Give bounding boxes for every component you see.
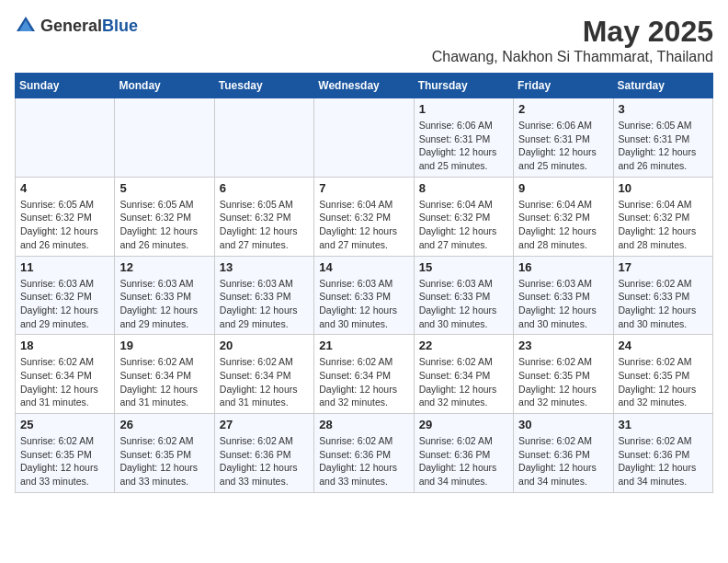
day-cell: 15Sunrise: 6:03 AM Sunset: 6:33 PM Dayli…	[414, 256, 513, 335]
day-cell: 1Sunrise: 6:06 AM Sunset: 6:31 PM Daylig…	[414, 98, 513, 178]
day-cell: 20Sunrise: 6:02 AM Sunset: 6:34 PM Dayli…	[214, 335, 313, 414]
day-cell: 22Sunrise: 6:02 AM Sunset: 6:34 PM Dayli…	[414, 335, 513, 414]
logo-text: GeneralBlue	[40, 17, 138, 36]
day-info: Sunrise: 6:03 AM Sunset: 6:33 PM Dayligh…	[518, 277, 608, 331]
day-number: 8	[419, 181, 508, 195]
day-number: 9	[518, 181, 608, 195]
day-info: Sunrise: 6:02 AM Sunset: 6:33 PM Dayligh…	[619, 277, 708, 331]
day-cell: 11Sunrise: 6:03 AM Sunset: 6:32 PM Dayli…	[16, 256, 115, 335]
day-info: Sunrise: 6:03 AM Sunset: 6:32 PM Dayligh…	[20, 277, 109, 331]
day-info: Sunrise: 6:03 AM Sunset: 6:33 PM Dayligh…	[220, 277, 309, 331]
day-cell: 5Sunrise: 6:05 AM Sunset: 6:32 PM Daylig…	[115, 177, 214, 256]
day-cell: 3Sunrise: 6:05 AM Sunset: 6:31 PM Daylig…	[613, 98, 712, 178]
day-number: 12	[119, 260, 209, 274]
logo-general: General	[40, 17, 102, 35]
day-number: 30	[518, 418, 608, 431]
day-number: 6	[220, 181, 309, 195]
day-number: 13	[220, 260, 309, 274]
day-info: Sunrise: 6:02 AM Sunset: 6:36 PM Dayligh…	[319, 434, 408, 488]
day-number: 20	[220, 339, 309, 352]
day-number: 15	[419, 260, 508, 274]
page-header: GeneralBlue May 2025 Chawang, Nakhon Si …	[15, 15, 713, 65]
day-info: Sunrise: 6:02 AM Sunset: 6:34 PM Dayligh…	[20, 355, 109, 409]
calendar-table: SundayMondayTuesdayWednesdayThursdayFrid…	[15, 73, 713, 493]
day-cell: 23Sunrise: 6:02 AM Sunset: 6:35 PM Dayli…	[514, 335, 613, 414]
day-info: Sunrise: 6:04 AM Sunset: 6:32 PM Dayligh…	[619, 198, 708, 252]
logo: GeneralBlue	[15, 15, 138, 37]
day-number: 27	[220, 418, 309, 431]
day-cell: 6Sunrise: 6:05 AM Sunset: 6:32 PM Daylig…	[214, 177, 313, 256]
day-cell: 4Sunrise: 6:05 AM Sunset: 6:32 PM Daylig…	[16, 177, 115, 256]
day-number: 19	[119, 339, 209, 352]
day-info: Sunrise: 6:02 AM Sunset: 6:36 PM Dayligh…	[619, 434, 708, 488]
day-number: 5	[119, 181, 209, 195]
day-cell: 18Sunrise: 6:02 AM Sunset: 6:34 PM Dayli…	[16, 335, 115, 414]
day-number: 18	[20, 339, 109, 352]
day-cell: 26Sunrise: 6:02 AM Sunset: 6:35 PM Dayli…	[115, 414, 214, 493]
day-cell: 7Sunrise: 6:04 AM Sunset: 6:32 PM Daylig…	[314, 177, 414, 256]
weekday-header-monday: Monday	[115, 74, 214, 98]
day-info: Sunrise: 6:02 AM Sunset: 6:36 PM Dayligh…	[419, 434, 508, 488]
week-row-3: 11Sunrise: 6:03 AM Sunset: 6:32 PM Dayli…	[16, 256, 713, 335]
day-number: 21	[319, 339, 408, 352]
day-info: Sunrise: 6:02 AM Sunset: 6:35 PM Dayligh…	[518, 355, 608, 409]
weekday-header-tuesday: Tuesday	[214, 74, 313, 98]
day-cell: 28Sunrise: 6:02 AM Sunset: 6:36 PM Dayli…	[314, 414, 414, 493]
day-cell	[115, 98, 214, 178]
day-info: Sunrise: 6:06 AM Sunset: 6:31 PM Dayligh…	[419, 119, 508, 173]
main-title: May 2025	[432, 15, 713, 49]
day-info: Sunrise: 6:05 AM Sunset: 6:31 PM Dayligh…	[619, 119, 708, 173]
day-info: Sunrise: 6:02 AM Sunset: 6:35 PM Dayligh…	[619, 355, 708, 409]
weekday-header-friday: Friday	[514, 74, 613, 98]
day-info: Sunrise: 6:04 AM Sunset: 6:32 PM Dayligh…	[419, 198, 508, 252]
day-info: Sunrise: 6:03 AM Sunset: 6:33 PM Dayligh…	[119, 277, 209, 331]
day-cell: 25Sunrise: 6:02 AM Sunset: 6:35 PM Dayli…	[16, 414, 115, 493]
day-number: 23	[518, 339, 608, 352]
day-number: 22	[419, 339, 508, 352]
weekday-header-row: SundayMondayTuesdayWednesdayThursdayFrid…	[16, 74, 713, 98]
day-number: 24	[619, 339, 708, 352]
day-info: Sunrise: 6:05 AM Sunset: 6:32 PM Dayligh…	[220, 198, 309, 252]
day-number: 11	[20, 260, 109, 274]
day-info: Sunrise: 6:05 AM Sunset: 6:32 PM Dayligh…	[119, 198, 209, 252]
day-cell: 9Sunrise: 6:04 AM Sunset: 6:32 PM Daylig…	[514, 177, 613, 256]
day-info: Sunrise: 6:02 AM Sunset: 6:34 PM Dayligh…	[220, 355, 309, 409]
day-cell: 17Sunrise: 6:02 AM Sunset: 6:33 PM Dayli…	[613, 256, 712, 335]
logo-icon	[15, 15, 37, 37]
day-cell: 21Sunrise: 6:02 AM Sunset: 6:34 PM Dayli…	[314, 335, 414, 414]
day-cell: 29Sunrise: 6:02 AM Sunset: 6:36 PM Dayli…	[414, 414, 513, 493]
weekday-header-wednesday: Wednesday	[314, 74, 414, 98]
day-number: 29	[419, 418, 508, 431]
subtitle: Chawang, Nakhon Si Thammarat, Thailand	[432, 49, 713, 65]
day-info: Sunrise: 6:03 AM Sunset: 6:33 PM Dayligh…	[319, 277, 408, 331]
week-row-5: 25Sunrise: 6:02 AM Sunset: 6:35 PM Dayli…	[16, 414, 713, 493]
day-number: 28	[319, 418, 408, 431]
day-info: Sunrise: 6:02 AM Sunset: 6:36 PM Dayligh…	[220, 434, 309, 488]
week-row-1: 1Sunrise: 6:06 AM Sunset: 6:31 PM Daylig…	[16, 98, 713, 178]
day-number: 17	[619, 260, 708, 274]
day-cell: 31Sunrise: 6:02 AM Sunset: 6:36 PM Dayli…	[613, 414, 712, 493]
day-number: 10	[619, 181, 708, 195]
logo-blue: Blue	[102, 17, 138, 35]
week-row-4: 18Sunrise: 6:02 AM Sunset: 6:34 PM Dayli…	[16, 335, 713, 414]
day-number: 1	[419, 102, 508, 116]
logo-inner: GeneralBlue	[15, 15, 138, 37]
day-number: 25	[20, 418, 109, 431]
day-cell: 10Sunrise: 6:04 AM Sunset: 6:32 PM Dayli…	[613, 177, 712, 256]
day-cell: 30Sunrise: 6:02 AM Sunset: 6:36 PM Dayli…	[514, 414, 613, 493]
day-number: 2	[518, 102, 608, 116]
day-info: Sunrise: 6:02 AM Sunset: 6:34 PM Dayligh…	[119, 355, 209, 409]
day-number: 4	[20, 181, 109, 195]
day-cell: 2Sunrise: 6:06 AM Sunset: 6:31 PM Daylig…	[514, 98, 613, 178]
day-info: Sunrise: 6:02 AM Sunset: 6:36 PM Dayligh…	[518, 434, 608, 488]
day-number: 31	[619, 418, 708, 431]
day-cell: 8Sunrise: 6:04 AM Sunset: 6:32 PM Daylig…	[414, 177, 513, 256]
day-cell: 24Sunrise: 6:02 AM Sunset: 6:35 PM Dayli…	[613, 335, 712, 414]
title-area: May 2025 Chawang, Nakhon Si Thammarat, T…	[432, 15, 713, 65]
weekday-header-saturday: Saturday	[613, 74, 712, 98]
day-info: Sunrise: 6:05 AM Sunset: 6:32 PM Dayligh…	[20, 198, 109, 252]
day-info: Sunrise: 6:02 AM Sunset: 6:35 PM Dayligh…	[119, 434, 209, 488]
weekday-header-thursday: Thursday	[414, 74, 513, 98]
day-cell: 27Sunrise: 6:02 AM Sunset: 6:36 PM Dayli…	[214, 414, 313, 493]
day-info: Sunrise: 6:06 AM Sunset: 6:31 PM Dayligh…	[518, 119, 608, 173]
